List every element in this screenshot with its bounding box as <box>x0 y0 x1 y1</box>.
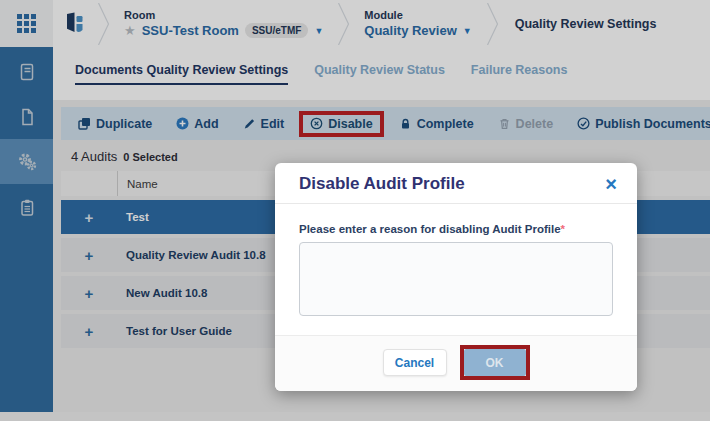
disable-audit-profile-dialog: Disable Audit Profile × Please enter a r… <box>275 163 637 391</box>
close-icon[interactable]: × <box>605 174 617 194</box>
cancel-button[interactable]: Cancel <box>383 349 447 376</box>
ok-button[interactable]: OK <box>464 349 526 376</box>
dialog-title: Disable Audit Profile <box>299 174 465 194</box>
dialog-footer: Cancel OK <box>275 335 637 391</box>
dialog-body: Please enter a reason for disabling Audi… <box>275 204 637 335</box>
disable-circle-x-icon <box>310 117 323 130</box>
screen: Room ★ SSU-Test Room SSU/eTMF ▼ Module Q… <box>0 0 710 421</box>
annotation-box-ok: OK <box>460 345 530 380</box>
reason-field-label: Please enter a reason for disabling Audi… <box>299 223 613 235</box>
disable-button[interactable]: Disable <box>310 117 372 131</box>
annotation-box-disable: Disable <box>299 111 383 137</box>
required-marker: * <box>561 223 565 235</box>
dialog-header: Disable Audit Profile × <box>275 163 637 204</box>
reason-textarea[interactable] <box>299 242 613 316</box>
